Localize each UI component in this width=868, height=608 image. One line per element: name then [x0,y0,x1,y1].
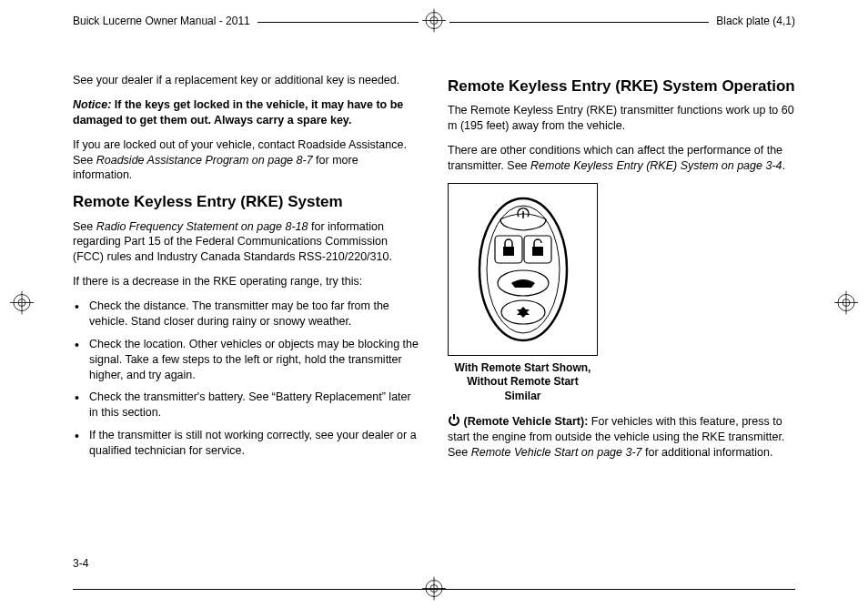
left-column: See your dealer if a replacement key or … [73,73,420,553]
registration-mark-right [834,291,858,318]
registration-mark-top [419,9,449,35]
svg-point-16 [479,198,567,340]
remote-start-label: (Remote Vehicle Start): [460,414,588,427]
text-fragment: See [73,220,96,233]
list-item: If the transmitter is still not working … [89,428,420,459]
footer-rule [73,589,795,590]
header-left: Buick Lucerne Owner Manual - 2011 [73,15,709,27]
page-number: 3-4 [73,557,88,570]
svg-rect-22 [532,247,543,256]
right-column: Remote Keyless Entry (RKE) System Operat… [448,73,795,553]
body-text: If there is a decrease in the RKE operat… [73,274,420,289]
keyfob-illustration [448,183,598,356]
manual-title: Buick Lucerne Owner Manual - 2011 [73,15,257,27]
body-text: (Remote Vehicle Start): For vehicles wit… [448,413,795,461]
cross-reference: Remote Keyless Entry (RKE) System on pag… [530,159,782,172]
text-fragment: for additional information. [642,446,773,459]
header-right: Black plate (4,1) [709,15,795,27]
text-fragment: . [782,159,785,172]
list-item: Check the transmitter's battery. See “Ba… [89,390,420,421]
cross-reference: Roadside Assistance Program on page 8‑7 [96,154,313,167]
section-heading: Remote Keyless Entry (RKE) System Operat… [448,76,795,96]
list-item: Check the distance. The transmitter may … [89,299,420,329]
svg-rect-21 [503,247,514,256]
cross-reference: Remote Vehicle Start on page 3‑7 [471,446,642,459]
notice-body: If the keys get locked in the vehicle, i… [73,98,403,127]
body-text: There are other conditions which can aff… [448,143,795,174]
notice-label: Notice: [73,98,111,111]
body-text: If you are locked out of your vehicle, c… [73,137,420,184]
content-columns: See your dealer if a replacement key or … [73,73,795,553]
plate-info: Black plate (4,1) [709,15,795,27]
body-text: The Remote Keyless Entry (RKE) transmitt… [448,103,795,134]
section-heading: Remote Keyless Entry (RKE) System [73,192,420,211]
remote-start-icon [448,413,460,431]
body-text: See your dealer if a replacement key or … [73,73,420,88]
cross-reference: Radio Frequency Statement on page 8‑18 [96,220,308,233]
bullet-list: Check the distance. The transmitter may … [89,299,420,459]
registration-mark-bottom [422,577,446,603]
notice-paragraph: Notice: If the keys get locked in the ve… [73,97,420,128]
registration-mark-left [10,291,34,318]
body-text: See Radio Frequency Statement on page 8‑… [73,219,420,266]
figure-caption: With Remote Start Shown, Without Remote … [448,361,598,404]
list-item: Check the location. Other vehicles or ob… [89,337,420,383]
manual-page: Buick Lucerne Owner Manual - 2011 Black … [0,0,868,608]
